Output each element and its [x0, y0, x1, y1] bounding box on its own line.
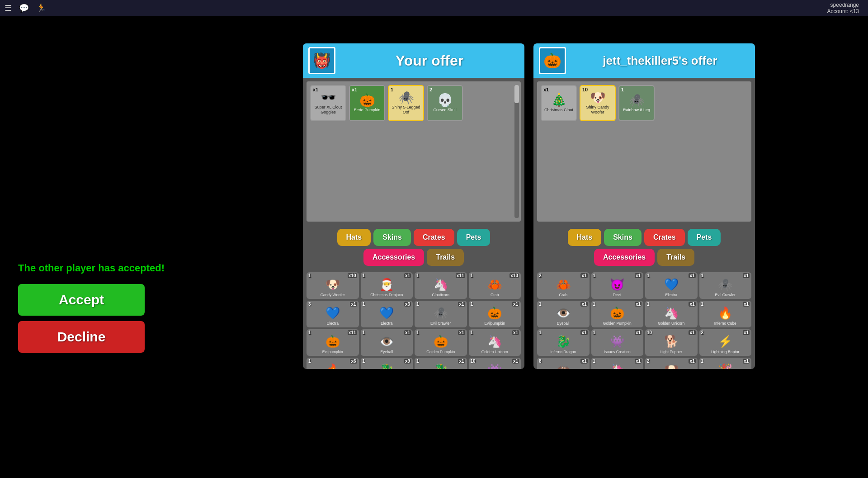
scrollbar[interactable]: [514, 85, 519, 218]
their-accessories-button[interactable]: Accessories: [594, 249, 655, 266]
chat-icon[interactable]: 💬: [19, 3, 29, 13]
their-crates-button[interactable]: Crates: [644, 229, 685, 246]
their-pet-lightning-raptor[interactable]: 2 x1 ⚡ Lightning Raptor: [699, 329, 752, 356]
their-pet-oof-doggo[interactable]: 2 x1 🐶 Oof Doggo: [645, 358, 698, 369]
your-hats-button[interactable]: Hats: [337, 229, 371, 246]
account-label: Account: <13: [827, 8, 859, 14]
their-skins-button[interactable]: Skins: [604, 229, 642, 246]
their-pet-evil-crawler[interactable]: 1 x1 🕷️ Evil Crawler: [699, 272, 752, 299]
offer-item-shiny-candy-woofer[interactable]: 10 🐶 Shiny Candy Woofer: [580, 85, 616, 121]
accept-button[interactable]: Accept: [18, 284, 145, 316]
your-pet-grid: 1 x10 🐶 Candy Woofer 1 x1 🎅 Christmas De…: [303, 270, 524, 369]
your-offer-panel: 👹 Your offer x1 🕶️ Super XL Clout Goggle…: [303, 43, 524, 369]
their-avatar: 🎃: [539, 47, 566, 74]
your-offer-header: 👹 Your offer: [303, 43, 524, 78]
account-info: speedrange Account: <13: [827, 2, 859, 14]
pet-item-eyeball[interactable]: 1 x1 👁️ Eyeball: [361, 329, 413, 356]
character-icon[interactable]: 🏃: [36, 3, 46, 13]
pet-item-inferno-dragon-1[interactable]: 1 x9 🐉 Inferno Dragon: [361, 358, 413, 369]
your-accessories-button[interactable]: Accessories: [363, 249, 424, 266]
your-pets-button[interactable]: Pets: [457, 229, 491, 246]
their-offer-header: 🎃 jett_thekiller5's offer: [533, 43, 755, 78]
their-pet-grid: 2 x1 🦀 Crab 1 x1 😈 Devil 1 x1 💙 Electra …: [533, 270, 755, 369]
their-pet-crab[interactable]: 2 x1 🦀 Crab: [537, 272, 590, 299]
pet-item-electra-2[interactable]: 1 x3 💙 Electra: [361, 301, 413, 327]
pet-item-isaacs-creation[interactable]: 10 x1 👾 Isaacs Creation: [469, 358, 521, 369]
left-panel: The other player has accepted! Accept De…: [18, 262, 165, 353]
offer-item-christmas-clout[interactable]: x1 🎄 Christmas Clout: [541, 85, 577, 121]
their-pet-noobicorn[interactable]: 1 x1 🦄 Noobicorn: [591, 358, 644, 369]
accepted-text: The other player has accepted!: [18, 262, 165, 274]
their-pet-inferno-dragon[interactable]: 1 x1 🐉 Inferno Dragon: [537, 329, 590, 356]
your-crates-button[interactable]: Crates: [414, 229, 454, 246]
pet-item-golden-unicorn[interactable]: 1 x1 🦄 Golden Unicorn: [469, 329, 521, 356]
your-offer-title: Your offer: [340, 52, 519, 69]
offer-item[interactable]: x1 🕶️ Super XL Clout Goggles: [310, 85, 346, 121]
pet-item-evilpumpkin-1[interactable]: 1 x1 🎃 Evilpumpkin: [469, 301, 521, 327]
their-pet-electra[interactable]: 1 x1 💙 Electra: [645, 272, 698, 299]
their-offer-items: x1 🎄 Christmas Clout 10 🐶 Shiny Candy Wo…: [537, 81, 751, 222]
account-name: speedrange: [827, 2, 859, 8]
pet-item-inferno-cube[interactable]: 1 x6 🔥 Inferno Cube: [307, 358, 359, 369]
pet-item-golden-pumpkin[interactable]: 1 x1 🎃 Golden Pumpkin: [415, 329, 467, 356]
your-skins-button[interactable]: Skins: [373, 229, 411, 246]
their-pet-eyeball[interactable]: 1 x1 👁️ Eyeball: [537, 301, 590, 327]
their-pet-isaacs-creation[interactable]: 1 x1 👾 Isaacs Creation: [591, 329, 644, 356]
offer-item[interactable]: 1 🕷️ Shiny 5-Legged Oof: [388, 85, 424, 121]
their-pet-golden-unicorn[interactable]: 1 x1 🦄 Golden Unicorn: [645, 301, 698, 327]
their-pet-golden-pumpkin[interactable]: 1 x1 🎃 Golden Pumpkin: [591, 301, 644, 327]
their-trails-button[interactable]: Trails: [657, 249, 694, 266]
their-offer-panel: 🎃 jett_thekiller5's offer x1 🎄 Christmas…: [533, 43, 755, 369]
pet-item-crab[interactable]: 1 x13 🦀 Crab: [469, 272, 521, 299]
pet-item-inferno-dragon-2[interactable]: 1 x1 🐉 Inferno Dragon: [415, 358, 467, 369]
your-avatar: 👹: [308, 47, 335, 74]
topbar: ☰ 💬 🏃 speedrange Account: <13: [0, 0, 868, 16]
their-pet-inferno-cube[interactable]: 1 x1 🔥 Inferno Cube: [699, 301, 752, 327]
their-offer-title: jett_thekiller5's offer: [571, 54, 750, 68]
their-pet-party-pet[interactable]: 1 x1 🎉 Party Pet: [699, 358, 752, 369]
scrollbar-thumb: [514, 85, 519, 103]
offer-item[interactable]: x1 🎃 Eerie Pumpkin: [349, 85, 385, 121]
pet-item-candy-woofer[interactable]: 1 x10 🐶 Candy Woofer: [307, 272, 359, 299]
their-category-buttons: Hats Skins Crates Pets Accessories Trail…: [533, 225, 755, 270]
offer-item[interactable]: 2 💀 Cursed Skull: [427, 85, 463, 121]
hamburger-menu-icon[interactable]: ☰: [5, 3, 12, 13]
your-offer-items: x1 🕶️ Super XL Clout Goggles x1 🎃 Eerie …: [307, 81, 521, 222]
pet-item-evil-crawler[interactable]: 1 x1 🕷️ Evil Crawler: [415, 301, 467, 327]
their-hats-button[interactable]: Hats: [568, 229, 602, 246]
their-pet-night-dweller[interactable]: 8 x1 🦇 Night Dweller: [537, 358, 590, 369]
pet-item-christmas-depjaco[interactable]: 1 x1 🎅 Christmas Depjaco: [361, 272, 413, 299]
your-trails-button[interactable]: Trails: [427, 249, 464, 266]
their-pet-devil[interactable]: 1 x1 😈 Devil: [591, 272, 644, 299]
decline-button[interactable]: Decline: [18, 321, 145, 353]
pet-item-electra-1[interactable]: 3 x1 💙 Electra: [307, 301, 359, 327]
your-category-buttons: Hats Skins Crates Pets Accessories Trail…: [303, 225, 524, 270]
their-pets-button[interactable]: Pets: [688, 229, 721, 246]
pet-item-clouticorn[interactable]: 1 x11 🦄 Clouticorn: [415, 272, 467, 299]
offer-item-rainbow-8-leg[interactable]: 1 🕷️ Rainbow 8 Leg: [618, 85, 655, 121]
pet-item-evilpumpkin-2[interactable]: 1 x11 🎃 Evilpumpkin: [307, 329, 359, 356]
their-pet-light-pupper[interactable]: 10 x1 🐕 Light Pupper: [645, 329, 698, 356]
